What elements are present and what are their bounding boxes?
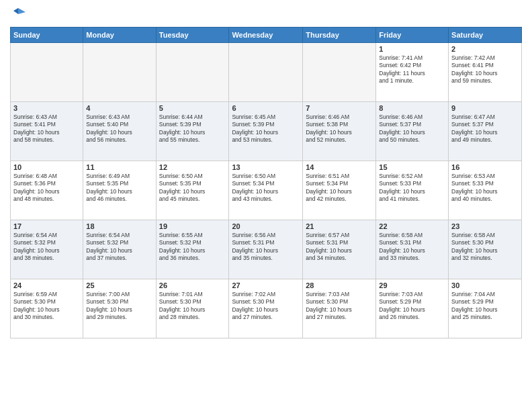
day-number: 22: [379, 222, 445, 230]
day-info: Sunrise: 7:00 AM Sunset: 5:30 PM Dayligh…: [86, 291, 152, 322]
weekday-header: Saturday: [449, 28, 522, 43]
day-info: Sunrise: 6:58 AM Sunset: 5:31 PM Dayligh…: [379, 232, 445, 263]
calendar-cell: [156, 43, 229, 102]
day-number: 9: [451, 104, 519, 112]
day-info: Sunrise: 7:03 AM Sunset: 5:29 PM Dayligh…: [379, 291, 445, 322]
calendar-cell: 2Sunrise: 7:42 AM Sunset: 6:41 PM Daylig…: [449, 43, 522, 102]
calendar-table: SundayMondayTuesdayWednesdayThursdayFrid…: [10, 27, 522, 338]
day-number: 24: [13, 281, 80, 289]
calendar-cell: 13Sunrise: 6:50 AM Sunset: 5:34 PM Dayli…: [229, 161, 303, 220]
day-number: 11: [86, 163, 152, 171]
page-container: SundayMondayTuesdayWednesdayThursdayFrid…: [0, 0, 532, 345]
calendar-cell: 15Sunrise: 6:52 AM Sunset: 5:33 PM Dayli…: [376, 161, 449, 220]
calendar-cell: 21Sunrise: 6:57 AM Sunset: 5:31 PM Dayli…: [303, 220, 376, 279]
day-info: Sunrise: 6:52 AM Sunset: 5:33 PM Dayligh…: [379, 173, 445, 203]
calendar-cell: 18Sunrise: 6:54 AM Sunset: 5:32 PM Dayli…: [83, 220, 156, 279]
day-info: Sunrise: 6:57 AM Sunset: 5:31 PM Dayligh…: [306, 232, 373, 263]
calendar-week-row: 24Sunrise: 6:59 AM Sunset: 5:30 PM Dayli…: [11, 279, 522, 338]
day-number: 1: [379, 45, 445, 53]
day-number: 14: [306, 163, 373, 171]
calendar-cell: 27Sunrise: 7:02 AM Sunset: 5:30 PM Dayli…: [229, 279, 303, 338]
day-number: 17: [13, 222, 80, 230]
calendar-cell: [303, 43, 376, 102]
day-number: 25: [86, 281, 152, 289]
day-number: 13: [232, 163, 300, 171]
calendar-week-row: 17Sunrise: 6:54 AM Sunset: 5:32 PM Dayli…: [11, 220, 522, 279]
day-info: Sunrise: 7:04 AM Sunset: 5:29 PM Dayligh…: [451, 291, 519, 322]
calendar-cell: 22Sunrise: 6:58 AM Sunset: 5:31 PM Dayli…: [376, 220, 449, 279]
calendar-cell: 8Sunrise: 6:46 AM Sunset: 5:37 PM Daylig…: [376, 102, 449, 161]
day-number: 23: [451, 222, 519, 230]
day-info: Sunrise: 6:49 AM Sunset: 5:35 PM Dayligh…: [86, 173, 152, 203]
day-info: Sunrise: 6:51 AM Sunset: 5:34 PM Dayligh…: [306, 173, 373, 203]
calendar-cell: 4Sunrise: 6:43 AM Sunset: 5:40 PM Daylig…: [83, 102, 156, 161]
day-number: 27: [232, 281, 300, 289]
calendar-cell: 29Sunrise: 7:03 AM Sunset: 5:29 PM Dayli…: [376, 279, 449, 338]
day-number: 5: [159, 104, 226, 112]
calendar-cell: 10Sunrise: 6:48 AM Sunset: 5:36 PM Dayli…: [11, 161, 83, 220]
day-number: 3: [13, 104, 80, 112]
day-number: 15: [379, 163, 445, 171]
day-number: 18: [86, 222, 152, 230]
calendar-cell: 20Sunrise: 6:56 AM Sunset: 5:31 PM Dayli…: [229, 220, 303, 279]
day-info: Sunrise: 6:50 AM Sunset: 5:34 PM Dayligh…: [232, 173, 300, 203]
day-info: Sunrise: 7:41 AM Sunset: 6:42 PM Dayligh…: [379, 54, 445, 85]
weekday-header: Sunday: [11, 28, 83, 43]
day-number: 21: [306, 222, 373, 230]
calendar-cell: [83, 43, 156, 102]
day-info: Sunrise: 6:43 AM Sunset: 5:40 PM Dayligh…: [86, 113, 152, 144]
day-info: Sunrise: 6:47 AM Sunset: 5:37 PM Dayligh…: [451, 113, 519, 144]
calendar-cell: [11, 43, 83, 102]
day-number: 19: [159, 222, 226, 230]
weekday-header: Thursday: [303, 28, 376, 43]
weekday-header: Tuesday: [156, 28, 229, 43]
day-number: 6: [232, 104, 300, 112]
day-info: Sunrise: 6:53 AM Sunset: 5:33 PM Dayligh…: [451, 173, 519, 203]
day-info: Sunrise: 6:56 AM Sunset: 5:31 PM Dayligh…: [232, 232, 300, 263]
weekday-header: Wednesday: [229, 28, 303, 43]
day-number: 8: [379, 104, 445, 112]
calendar-cell: 30Sunrise: 7:04 AM Sunset: 5:29 PM Dayli…: [449, 279, 522, 338]
day-info: Sunrise: 6:45 AM Sunset: 5:39 PM Dayligh…: [232, 113, 300, 144]
calendar-cell: 9Sunrise: 6:47 AM Sunset: 5:37 PM Daylig…: [449, 102, 522, 161]
day-number: 28: [306, 281, 373, 289]
day-info: Sunrise: 6:48 AM Sunset: 5:36 PM Dayligh…: [13, 173, 80, 203]
svg-marker-1: [13, 8, 18, 14]
day-number: 4: [86, 104, 152, 112]
calendar-week-row: 3Sunrise: 6:43 AM Sunset: 5:41 PM Daylig…: [11, 102, 522, 161]
logo-bird-icon: [11, 7, 26, 21]
day-info: Sunrise: 7:42 AM Sunset: 6:41 PM Dayligh…: [451, 54, 519, 85]
day-number: 26: [159, 281, 226, 289]
calendar-week-row: 1Sunrise: 7:41 AM Sunset: 6:42 PM Daylig…: [11, 43, 522, 102]
day-info: Sunrise: 7:01 AM Sunset: 5:30 PM Dayligh…: [159, 291, 226, 322]
calendar-cell: 3Sunrise: 6:43 AM Sunset: 5:41 PM Daylig…: [11, 102, 83, 161]
weekday-header: Friday: [376, 28, 449, 43]
day-number: 2: [451, 45, 519, 53]
day-info: Sunrise: 6:43 AM Sunset: 5:41 PM Dayligh…: [13, 113, 80, 144]
day-number: 16: [451, 163, 519, 171]
day-info: Sunrise: 6:54 AM Sunset: 5:32 PM Dayligh…: [86, 232, 152, 263]
calendar-week-row: 10Sunrise: 6:48 AM Sunset: 5:36 PM Dayli…: [11, 161, 522, 220]
calendar-cell: 1Sunrise: 7:41 AM Sunset: 6:42 PM Daylig…: [376, 43, 449, 102]
calendar-cell: 26Sunrise: 7:01 AM Sunset: 5:30 PM Dayli…: [156, 279, 229, 338]
logo-text: [10, 7, 26, 21]
header: [10, 7, 522, 21]
calendar-cell: 23Sunrise: 6:58 AM Sunset: 5:30 PM Dayli…: [449, 220, 522, 279]
day-info: Sunrise: 7:02 AM Sunset: 5:30 PM Dayligh…: [232, 291, 300, 322]
calendar-cell: 24Sunrise: 6:59 AM Sunset: 5:30 PM Dayli…: [11, 279, 83, 338]
day-info: Sunrise: 6:46 AM Sunset: 5:38 PM Dayligh…: [306, 113, 373, 144]
calendar-cell: 11Sunrise: 6:49 AM Sunset: 5:35 PM Dayli…: [83, 161, 156, 220]
weekday-header: Monday: [83, 28, 156, 43]
day-info: Sunrise: 6:44 AM Sunset: 5:39 PM Dayligh…: [159, 113, 226, 144]
calendar-cell: [229, 43, 303, 102]
calendar-cell: 17Sunrise: 6:54 AM Sunset: 5:32 PM Dayli…: [11, 220, 83, 279]
svg-marker-0: [18, 8, 26, 14]
calendar-cell: 25Sunrise: 7:00 AM Sunset: 5:30 PM Dayli…: [83, 279, 156, 338]
calendar-cell: 6Sunrise: 6:45 AM Sunset: 5:39 PM Daylig…: [229, 102, 303, 161]
calendar-cell: 14Sunrise: 6:51 AM Sunset: 5:34 PM Dayli…: [303, 161, 376, 220]
day-info: Sunrise: 6:55 AM Sunset: 5:32 PM Dayligh…: [159, 232, 226, 263]
day-number: 12: [159, 163, 226, 171]
calendar-cell: 12Sunrise: 6:50 AM Sunset: 5:35 PM Dayli…: [156, 161, 229, 220]
day-info: Sunrise: 6:50 AM Sunset: 5:35 PM Dayligh…: [159, 173, 226, 203]
calendar-header-row: SundayMondayTuesdayWednesdayThursdayFrid…: [11, 28, 522, 43]
